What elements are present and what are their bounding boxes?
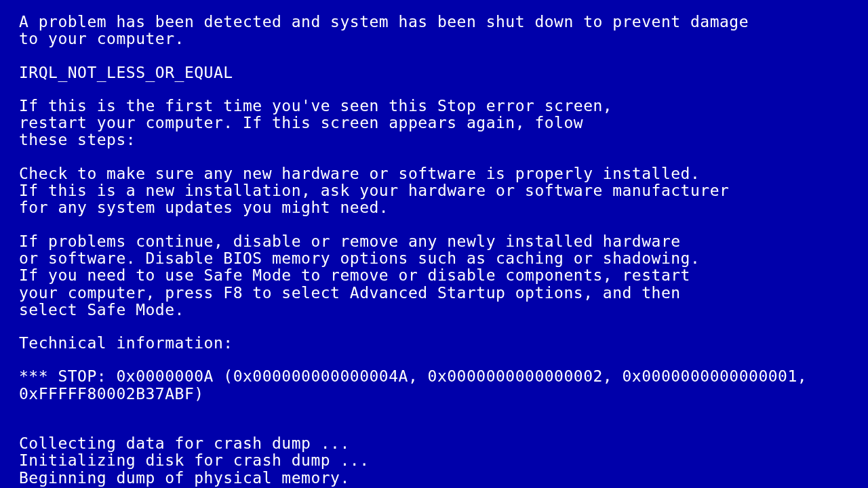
stop-line-2: 0xFFFFF80002B37ABF) bbox=[19, 386, 849, 403]
technical-label: Technical information: bbox=[19, 335, 849, 352]
check-line-2: If this is a new installation, ask your … bbox=[19, 182, 849, 199]
check-line-3: for any system updates you might need. bbox=[19, 199, 849, 216]
intro-line-1: A problem has been detected and system h… bbox=[19, 14, 849, 30]
bsod-screen: A problem has been detected and system h… bbox=[19, 14, 849, 488]
problems-line-2: or software. Disable BIOS memory options… bbox=[19, 250, 849, 267]
first-time-paragraph: If this is the first time you've seen th… bbox=[19, 98, 849, 149]
problems-line-1: If problems continue, disable or remove … bbox=[19, 233, 849, 250]
problems-line-3: If you need to use Safe Mode to remove o… bbox=[19, 267, 849, 284]
first-time-line-2: restart your computer. If this screen ap… bbox=[19, 115, 849, 131]
dump-line-2: Initializing disk for crash dump ... bbox=[19, 452, 849, 469]
stop-code-block: *** STOP: 0x0000000A (0x000000000000004A… bbox=[19, 368, 849, 403]
problems-paragraph: If problems continue, disable or remove … bbox=[19, 233, 849, 319]
crash-dump-status: Collecting data for crash dump ... Initi… bbox=[19, 435, 849, 488]
stop-line-1: *** STOP: 0x0000000A (0x000000000000004A… bbox=[19, 368, 849, 385]
error-name: IRQL_NOT_LESS_OR_EQUAL bbox=[19, 64, 849, 81]
intro-paragraph: A problem has been detected and system h… bbox=[19, 14, 849, 48]
dump-line-3: Beginning dump of physical memory. bbox=[19, 470, 849, 487]
first-time-line-3: these steps: bbox=[19, 131, 849, 148]
dump-line-1: Collecting data for crash dump ... bbox=[19, 435, 849, 452]
error-code-name: IRQL_NOT_LESS_OR_EQUAL bbox=[19, 64, 849, 81]
check-line-1: Check to make sure any new hardware or s… bbox=[19, 165, 849, 182]
technical-info-label: Technical information: bbox=[19, 335, 849, 352]
problems-line-5: select Safe Mode. bbox=[19, 302, 849, 319]
problems-line-4: your computer, press F8 to select Advanc… bbox=[19, 285, 849, 302]
intro-line-2: to your computer. bbox=[19, 30, 849, 47]
first-time-line-1: If this is the first time you've seen th… bbox=[19, 98, 849, 115]
check-paragraph: Check to make sure any new hardware or s… bbox=[19, 165, 849, 217]
